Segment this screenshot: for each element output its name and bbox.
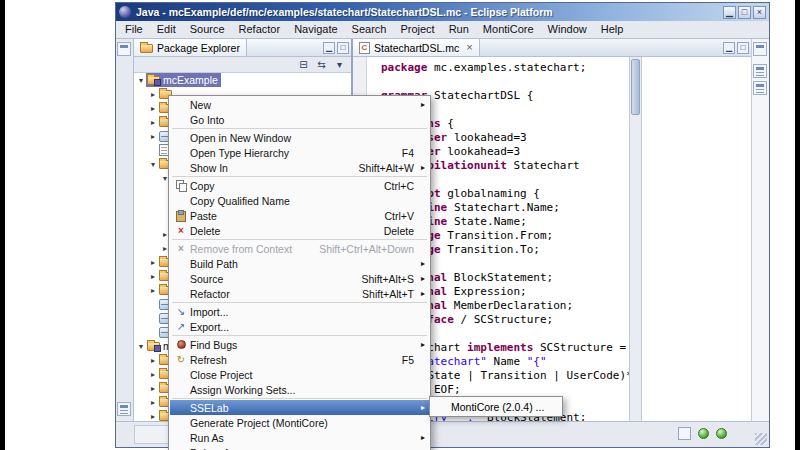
resize-grip[interactable]: [755, 433, 767, 445]
menu-window[interactable]: Window: [541, 21, 594, 38]
fast-view-icon[interactable]: [117, 402, 131, 416]
tree-collapsed-arrow-icon[interactable]: ▸: [148, 258, 158, 267]
outline-view-icon[interactable]: [753, 81, 767, 95]
menu-separator: [172, 398, 427, 399]
build-status-icon[interactable]: [698, 428, 709, 439]
menu-item-label: Generate Project (MontiCore): [190, 417, 414, 429]
menu-separator: [172, 335, 427, 336]
menu-item-run-as[interactable]: Run As▸: [170, 430, 429, 445]
menu-run[interactable]: Run: [442, 21, 476, 38]
menu-item-refresh[interactable]: ↻RefreshF5: [170, 352, 429, 367]
menu-item-paste[interactable]: PasteCtrl+V: [170, 208, 429, 223]
tab-statechartdsl[interactable]: C StatechartDSL.mc ×: [353, 39, 480, 56]
tree-collapsed-arrow-icon[interactable]: ▸: [148, 90, 158, 99]
monticore-file-icon: C: [359, 42, 370, 54]
tree-collapsed-arrow-icon[interactable]: ▸: [148, 132, 158, 141]
tree-collapsed-arrow-icon[interactable]: ▸: [148, 118, 158, 127]
close-tab-icon[interactable]: ×: [466, 42, 472, 53]
menu-separator: [172, 128, 427, 129]
menu-item-import[interactable]: ↘Import...: [170, 304, 429, 319]
sync-status-icon[interactable]: [716, 428, 727, 439]
tab-package-explorer[interactable]: Package Explorer: [134, 39, 247, 56]
left-fast-view-bar: [116, 39, 134, 421]
menu-item-label: Copy: [190, 180, 370, 192]
menu-item-source[interactable]: SourceShift+Alt+S▸: [170, 271, 429, 286]
menu-item-sselab[interactable]: SSELab▸: [170, 400, 429, 415]
editor-tab-label: StatechartDSL.mc: [374, 42, 459, 54]
menu-item-delete[interactable]: ×DeleteDelete: [170, 223, 429, 238]
submenu-arrow-icon: ▸: [414, 274, 425, 283]
menu-item-open-type-hierarchy[interactable]: Open Type HierarchyF4: [170, 145, 429, 160]
menu-item-shortcut: Shift+Ctrl+Alt+Down: [319, 243, 414, 255]
menu-item-shortcut: Shift+Alt+T: [362, 288, 414, 300]
menu-item-copy[interactable]: CopyCtrl+C: [170, 178, 429, 193]
minimized-view-icon[interactable]: [753, 64, 767, 78]
task-status-icon[interactable]: [678, 427, 691, 440]
tree-collapsed-arrow-icon[interactable]: ▸: [148, 412, 158, 421]
menu-navigate[interactable]: Navigate: [287, 21, 344, 38]
submenu-item-monticore[interactable]: MontiCore (2.0.4) ...: [431, 399, 561, 414]
tree-collapsed-arrow-icon[interactable]: ▸: [148, 370, 158, 379]
tree-collapsed-arrow-icon[interactable]: ▸: [148, 384, 158, 393]
findbugs-icon: [172, 340, 190, 349]
package-explorer-header: Package Explorer ▁ □: [134, 39, 351, 57]
tree-expanded-arrow-icon[interactable]: ▾: [136, 342, 146, 351]
remove-icon: ×: [178, 243, 184, 254]
menu-project[interactable]: Project: [393, 21, 441, 38]
project-icon: [147, 342, 160, 351]
menu-source[interactable]: Source: [183, 21, 232, 38]
menu-item-export[interactable]: ↗Export...: [170, 319, 429, 334]
tree-collapsed-arrow-icon[interactable]: ▸: [148, 356, 158, 365]
menu-monticore[interactable]: MontiCore: [476, 21, 541, 38]
menu-refactor[interactable]: Refactor: [232, 21, 288, 38]
menu-item-label: Delete: [190, 225, 370, 237]
tree-collapsed-arrow-icon[interactable]: ▸: [148, 398, 158, 407]
menu-item-show-in[interactable]: Show InShift+Alt+W▸: [170, 160, 429, 175]
menu-item-assign-working-sets[interactable]: Assign Working Sets...: [170, 382, 429, 397]
delete-icon: ×: [172, 225, 190, 236]
tree-expanded-arrow-icon[interactable]: ▾: [148, 160, 158, 169]
menu-item-shortcut: Shift+Alt+S: [361, 273, 414, 285]
close-button[interactable]: ×: [753, 6, 766, 19]
export-icon: ↗: [177, 321, 185, 332]
view-menu-icon[interactable]: ▾: [333, 59, 346, 71]
tree-expanded-arrow-icon[interactable]: ▾: [136, 76, 146, 85]
menu-item-build-path[interactable]: Build Path▸: [170, 256, 429, 271]
scrollbar-thumb[interactable]: [631, 59, 640, 115]
menu-help[interactable]: Help: [594, 21, 631, 38]
tree-collapsed-arrow-icon[interactable]: ▸: [148, 272, 158, 281]
menu-item-debug-as[interactable]: Debug As▸: [170, 445, 429, 450]
menu-item-label: New: [190, 99, 414, 111]
minimize-editor-button[interactable]: ▁: [723, 42, 735, 54]
menu-item-refactor[interactable]: RefactorShift+Alt+T▸: [170, 286, 429, 301]
menu-file[interactable]: File: [118, 21, 150, 38]
menu-edit[interactable]: Edit: [150, 21, 183, 38]
submenu-arrow-icon: ▸: [414, 259, 425, 268]
refresh-icon: ↻: [172, 354, 190, 365]
link-with-editor-icon[interactable]: ⇆: [315, 59, 328, 71]
title-bar[interactable]: Java - mcExample/def/mc/examples/statech…: [116, 3, 769, 21]
menu-item-copy-qualified-name[interactable]: Copy Qualified Name: [170, 193, 429, 208]
restore-view-icon[interactable]: [753, 42, 767, 56]
menu-item-go-into[interactable]: Go Into: [170, 112, 429, 127]
menu-item-find-bugs[interactable]: Find Bugs▸: [170, 337, 429, 352]
menu-item-open-in-new-window[interactable]: Open in New Window: [170, 130, 429, 145]
maximize-view-button[interactable]: □: [337, 42, 349, 54]
java-perspective-icon[interactable]: [117, 42, 131, 56]
submenu-arrow-icon: ▸: [414, 163, 425, 172]
tree-collapsed-arrow-icon[interactable]: ▸: [148, 286, 158, 295]
minimize-view-button[interactable]: ▁: [323, 42, 335, 54]
minimize-button[interactable]: ▁: [723, 6, 736, 19]
tree-row[interactable]: ▾mcExample: [134, 73, 351, 87]
tree-collapsed-arrow-icon[interactable]: ▸: [148, 104, 158, 113]
menu-search[interactable]: Search: [345, 21, 394, 38]
menu-item-generate-project-monticore[interactable]: Generate Project (MontiCore): [170, 415, 429, 430]
collapse-all-icon[interactable]: ⊟: [297, 59, 310, 71]
maximize-editor-button[interactable]: □: [737, 42, 749, 54]
refresh-icon: ↻: [177, 354, 185, 365]
tree-item[interactable]: mcExample: [146, 73, 221, 87]
maximize-button[interactable]: □: [738, 6, 751, 19]
editor-vertical-scrollbar[interactable]: [629, 57, 642, 421]
menu-item-new[interactable]: New▸: [170, 97, 429, 112]
menu-item-close-project[interactable]: Close Project: [170, 367, 429, 382]
